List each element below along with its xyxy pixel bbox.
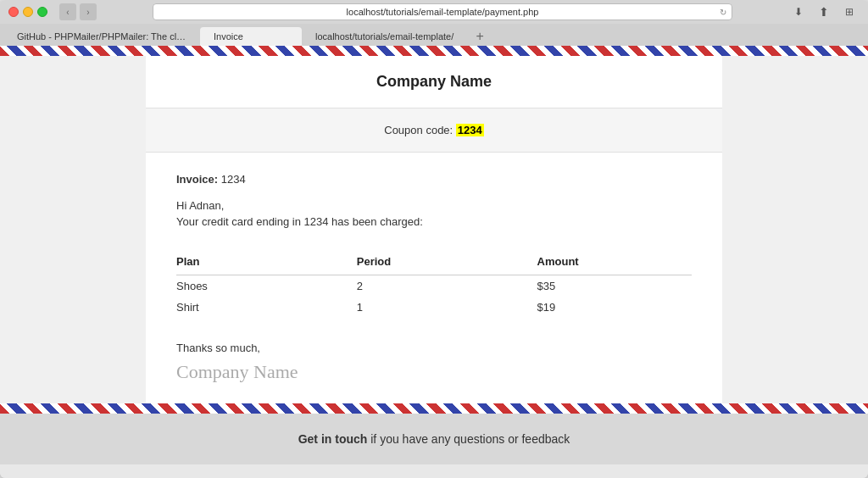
forward-button[interactable]: › [80, 3, 97, 20]
maximize-button[interactable] [37, 7, 47, 17]
minimize-button[interactable] [23, 7, 33, 17]
thanks-text: Thanks so much, [176, 342, 692, 354]
email-container: Company Name Coupon code: 1234 Invoice: … [146, 56, 722, 403]
company-name-header: Company Name [163, 73, 705, 91]
get-in-touch-rest: if you have any questions or feedback [367, 432, 570, 446]
invoice-number-value: 1234 [221, 173, 246, 186]
signature: Company Name [176, 361, 692, 383]
cell-period: 1 [357, 297, 537, 318]
add-tab-button[interactable]: + [470, 27, 489, 46]
email-footer-wrapper: Get in touch if you have any questions o… [0, 403, 868, 464]
cell-amount: $19 [537, 297, 692, 318]
get-in-touch-bold: Get in touch [298, 432, 368, 446]
browser-window: ‹ › localhost/tutorials/email-template/p… [0, 0, 868, 478]
invoice-label: Invoice: [176, 173, 218, 186]
download-button[interactable]: ⬇ [788, 3, 809, 20]
tabs-bar: GitHub - PHPMailer/PHPMailer: The classi… [0, 24, 868, 46]
invoice-table: Plan Period Amount Shoes2$35Shirt1$19 [176, 248, 692, 318]
titlebar: ‹ › localhost/tutorials/email-template/p… [0, 0, 868, 24]
address-bar[interactable]: localhost/tutorials/email-template/payme… [153, 3, 732, 20]
tab-label: localhost/tutorials/email-template/ [315, 31, 453, 42]
airmail-border-bottom [0, 403, 868, 414]
col-plan: Plan [176, 248, 357, 275]
tab-label: Invoice [214, 31, 243, 42]
reload-icon[interactable]: ↻ [720, 8, 726, 17]
url-text: localhost/tutorials/email-template/payme… [347, 7, 539, 17]
cell-period: 2 [357, 275, 537, 297]
get-in-touch-section: Get in touch if you have any questions o… [0, 414, 868, 464]
tab-label: GitHub - PHPMailer/PHPMailer: The classi… [17, 31, 186, 42]
table-row: Shirt1$19 [176, 297, 692, 318]
airmail-border-top [0, 46, 868, 56]
cell-amount: $35 [537, 275, 692, 297]
col-amount: Amount [537, 248, 692, 275]
back-button[interactable]: ‹ [59, 3, 76, 20]
nav-buttons: ‹ › [59, 3, 97, 20]
share-button[interactable]: ⬆ [814, 3, 834, 20]
coupon-section: Coupon code: 1234 [146, 108, 722, 153]
table-row: Shoes2$35 [176, 275, 692, 297]
cell-plan: Shirt [176, 297, 357, 318]
traffic-lights [8, 7, 47, 17]
invoice-body: Invoice: 1234 Hi Adnan, Your credit card… [146, 153, 722, 403]
tab-invoice[interactable]: Invoice [200, 27, 302, 46]
invoice-number-line: Invoice: 1234 [176, 173, 692, 186]
greeting: Hi Adnan, [176, 199, 692, 212]
cell-plan: Shoes [176, 275, 357, 297]
close-button[interactable] [8, 7, 19, 17]
new-tab-button[interactable]: ⊞ [839, 3, 860, 20]
tab-github[interactable]: GitHub - PHPMailer/PHPMailer: The classi… [3, 27, 200, 46]
coupon-code: 1234 [456, 124, 484, 136]
coupon-label: Coupon code: [384, 124, 453, 136]
footer-links: Contact Us|Facebook|Twitter|Support [0, 464, 868, 478]
tab-email-template[interactable]: localhost/tutorials/email-template/ [302, 27, 467, 46]
charge-text: Your credit card ending in 1234 has been… [176, 215, 692, 228]
email-header: Company Name [146, 56, 722, 108]
get-in-touch-text: Get in touch if you have any questions o… [298, 432, 570, 446]
col-period: Period [357, 248, 537, 275]
page-content: Company Name Coupon code: 1234 Invoice: … [0, 46, 868, 478]
